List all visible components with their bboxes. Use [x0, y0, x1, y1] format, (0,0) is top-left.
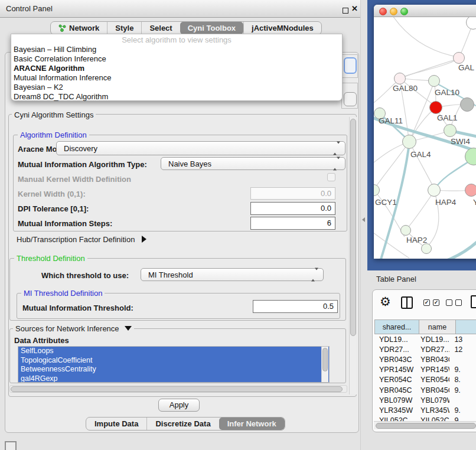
attribute-list-item[interactable]: gal4RGexp — [18, 374, 329, 383]
tab-network[interactable]: Network — [51, 22, 107, 34]
dpi-tolerance-field[interactable]: 0.0 — [250, 202, 335, 215]
tab-infer-network[interactable]: Infer Network — [219, 418, 285, 430]
table-row[interactable]: YIL052CYIL052C9. — [374, 416, 476, 422]
attribute-list-item[interactable]: SelfLoops — [18, 347, 329, 356]
network-node[interactable] — [394, 73, 406, 84]
inference-algorithm-combo-fragment[interactable] — [344, 57, 357, 74]
which-threshold-select[interactable]: MI Threshold — [141, 268, 324, 281]
settings-horizontal-scrollbar-thumb[interactable] — [11, 386, 343, 392]
network-node[interactable] — [444, 124, 457, 137]
network-node[interactable] — [400, 225, 411, 236]
table-cell: YER054C — [374, 376, 416, 384]
panel-divider[interactable] — [360, 0, 367, 450]
gear-icon[interactable]: ⚙ — [380, 295, 391, 308]
table-row[interactable]: YBR045CYBR045C9. — [374, 385, 476, 395]
manual-kernel-checkbox[interactable] — [327, 173, 335, 181]
tab-discretize-data[interactable]: Discretize Data — [146, 418, 219, 430]
select-all-columns-icon[interactable]: ✓ ✓ — [423, 299, 439, 306]
zoom-traffic-light-icon[interactable] — [400, 8, 408, 15]
tab-impute-data[interactable]: Impute Data — [86, 418, 146, 430]
control-panel-title: Control Panel — [6, 4, 53, 13]
network-node[interactable] — [429, 101, 442, 114]
data-attributes-list[interactable]: SelfLoopsTopologicalCoefficientBetweenne… — [18, 346, 330, 383]
network-node[interactable] — [453, 52, 465, 64]
table-column-header[interactable]: shared... — [374, 319, 419, 334]
close-traffic-light-icon[interactable] — [379, 8, 387, 15]
network-node-label: SWI4 — [451, 137, 470, 146]
settings-vertical-scrollbar-thumb[interactable] — [350, 119, 356, 336]
network-window-titlebar[interactable] — [374, 5, 476, 17]
table-row[interactable]: YLR345WYLR345W9. — [374, 405, 476, 415]
mi-threshold-legend: MI Threshold Definition — [21, 289, 105, 298]
checked-checkbox-icon: ✓ — [433, 299, 439, 306]
sources-legend[interactable]: Sources for Network Inference — [13, 324, 134, 333]
tab-style[interactable]: Style — [107, 22, 141, 34]
spinner-arrows-icon — [333, 144, 340, 153]
network-node[interactable] — [421, 243, 432, 254]
tab-label: Network — [69, 24, 99, 32]
table-row[interactable]: YBL079WYBL079W — [374, 395, 476, 405]
network-node-label: GAL11 — [379, 116, 403, 125]
network-node-label: Y — [473, 198, 476, 207]
table-row[interactable]: YDL19...YDL19...13 — [374, 334, 476, 344]
minimized-window-icon[interactable] — [5, 441, 17, 450]
aracne-mode-select[interactable]: Discovery — [56, 141, 345, 155]
table-horizontal-scrollbar-thumb[interactable] — [376, 423, 476, 429]
deselect-all-columns-icon[interactable] — [446, 299, 462, 306]
table-cell: YDR27... — [416, 345, 449, 354]
algorithm-option[interactable]: Bayesian – K2 — [14, 83, 340, 92]
network-node[interactable] — [428, 75, 440, 87]
which-threshold-value: MI Threshold — [148, 270, 193, 279]
table-cell: YLR345W — [416, 406, 449, 415]
table-row[interactable]: YDR27...YDR27...12 — [374, 344, 476, 354]
network-selector-combo-fragment[interactable] — [344, 92, 357, 106]
table-header-row: shared...name — [374, 319, 476, 334]
apply-button[interactable]: Apply — [158, 399, 200, 412]
algorithm-option[interactable]: ARACNE Algorithm — [14, 64, 340, 73]
network-node[interactable] — [402, 135, 416, 149]
split-columns-icon[interactable] — [401, 296, 413, 309]
table-row[interactable]: YBR043CYBR043C — [374, 354, 476, 364]
attribute-list-item[interactable]: TopologicalCoefficient — [18, 356, 329, 366]
kernel-width-field[interactable]: 0.0 — [250, 187, 335, 200]
table-row[interactable]: YER054CYER054C8. — [374, 375, 476, 385]
table-row[interactable]: YPR145WYPR145W9. — [374, 365, 476, 375]
table-horizontal-scrollbar[interactable] — [374, 421, 476, 429]
algorithm-option[interactable]: Bayesian – Hill Climbing — [14, 45, 340, 54]
network-node[interactable] — [465, 184, 476, 197]
network-tab-icon — [58, 24, 66, 32]
tab-label: Cyni Toolbox — [188, 24, 236, 32]
table-cell: YDL19... — [416, 335, 449, 344]
table-panel-card: ⚙ ✓ ✓ shared...name YDL19...YDL19...13YD… — [372, 289, 476, 432]
network-node[interactable] — [460, 97, 474, 112]
network-node-label: GAL4 — [410, 150, 431, 159]
table-column-header[interactable]: name — [419, 319, 456, 334]
float-window-icon[interactable] — [343, 8, 348, 14]
tab-label: Select — [149, 24, 172, 32]
attribute-list-item[interactable]: BetweennessCentrality — [18, 365, 329, 374]
network-node[interactable] — [428, 184, 441, 197]
tab-cyni-toolbox[interactable]: Cyni Toolbox — [180, 22, 243, 34]
attributes-list-scrollbar-thumb[interactable] — [322, 348, 328, 371]
hub-definition-toggle[interactable]: Hub/Transcription Factor Definition — [17, 235, 146, 244]
mi-threshold-field[interactable]: 0.5 — [253, 300, 338, 313]
kernel-width-label: Kernel Width (0,1): — [18, 190, 86, 198]
mi-steps-field[interactable]: 6 — [250, 217, 335, 230]
tab-select[interactable]: Select — [141, 22, 180, 34]
table-cell: YBR043C — [374, 356, 416, 364]
table-cell: YPR145W — [416, 366, 449, 374]
minimize-traffic-light-icon[interactable] — [390, 8, 397, 15]
algorithm-option[interactable]: Mutual Information Inference — [14, 73, 340, 83]
tab-jactivemnodules[interactable]: jActiveMNodules — [243, 22, 321, 34]
network-view-window[interactable]: GALGAL80GAL10GAL1GAL11SWI4GAL4GCY1HAP4YH… — [374, 5, 476, 259]
network-canvas[interactable]: GALGAL80GAL10GAL1GAL11SWI4GAL4GCY1HAP4YH… — [374, 17, 476, 259]
algorithm-option[interactable]: Basic Correlation Inference — [14, 54, 340, 64]
table-column-header[interactable] — [456, 319, 476, 334]
tab-label: jActiveMNodules — [252, 24, 314, 32]
algorithm-option[interactable]: Dream8 DC_TDC Algorithm — [14, 92, 340, 102]
divider-collapse-icon[interactable] — [362, 217, 365, 222]
close-icon[interactable]: ✕ — [351, 4, 358, 13]
new-table-icon[interactable] — [471, 295, 476, 308]
algorithm-dropdown-popup: Select algorithm to view settings Bayesi… — [11, 34, 343, 101]
mi-type-select[interactable]: Naive Bayes — [161, 157, 345, 170]
